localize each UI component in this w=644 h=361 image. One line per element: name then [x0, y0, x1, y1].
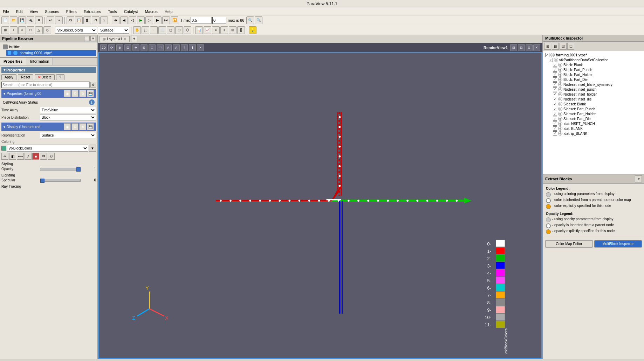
select-thru-btn[interactable]: ⊡ [175, 26, 183, 34]
properties-btn[interactable]: ⚙ [92, 16, 100, 24]
props-icon1[interactable]: ◉ [64, 90, 71, 97]
tb2-btn5[interactable]: △ [35, 26, 43, 34]
check-collection[interactable] [549, 58, 553, 62]
color-map-editor-btn[interactable]: Color Map Editor [545, 240, 593, 248]
interact-btn[interactable]: ✋ [133, 26, 141, 34]
zoom-to-data-btn[interactable]: ⊕ [116, 44, 123, 51]
display-icon3[interactable]: ↻ [79, 123, 86, 130]
props-icon4[interactable]: 💾 [87, 90, 94, 97]
check-item-12[interactable] [553, 122, 557, 126]
disconnect-btn[interactable]: ✕ [35, 16, 43, 24]
open-btn[interactable]: 📂 [10, 16, 18, 24]
menu-view[interactable]: View [28, 9, 40, 14]
check-item-1[interactable] [553, 68, 557, 72]
search-input[interactable] [1, 82, 90, 88]
vis-icon-item-1[interactable]: ◎ [558, 68, 562, 72]
color-toggle-btn[interactable]: ■ [32, 153, 39, 160]
menu-catalyst[interactable]: Catalyst [123, 9, 139, 14]
help-btn[interactable]: ? [56, 74, 64, 80]
tb2-btn6[interactable]: ◇ [43, 26, 51, 34]
python-btn[interactable]: {} [237, 26, 245, 34]
tree-item-9[interactable]: ◎Sideset: Part_Punch [544, 106, 643, 111]
tb2-btn3[interactable]: ○ [18, 26, 26, 34]
vis-icon-item-14[interactable]: ◎ [558, 131, 562, 136]
menu-tools[interactable]: Tools [107, 9, 118, 14]
check-item-14[interactable] [553, 131, 557, 136]
search-gear-icon[interactable]: ⚙ [90, 82, 96, 88]
vis-icon-item-10[interactable]: ◎ [558, 112, 562, 116]
hist-btn[interactable]: 📈 [204, 26, 211, 34]
tree-item-collection[interactable]: ◎ vtkPartitionedDataSetCollection [544, 57, 643, 62]
render-query-btn[interactable]: ? [181, 44, 188, 51]
new-btn[interactable]: 📄 [1, 16, 9, 24]
props-icon2[interactable]: ⧉ [71, 90, 78, 97]
check-item-9[interactable] [553, 107, 557, 111]
vis-icon-item-7[interactable]: ◎ [558, 97, 562, 101]
multiblock-inspector-btn[interactable]: MultiBlock Inspector [594, 240, 642, 248]
select-poly-btn[interactable]: ⬡ [184, 26, 191, 34]
vis-icon-item-9[interactable]: ◎ [558, 107, 562, 111]
piece-dist-dropdown[interactable]: Block [40, 114, 96, 120]
render-split-v-btn[interactable]: ⊡ [518, 44, 525, 51]
check-item-3[interactable] [553, 77, 557, 82]
play-backward-btn[interactable]: ◁ [129, 16, 136, 24]
spreadsheet-btn[interactable]: ⊞ [229, 26, 237, 34]
extract-toggle-btn[interactable]: ↗ [635, 175, 642, 182]
coloring-dropdown[interactable]: vtkBlockColors [7, 145, 88, 152]
menu-filters[interactable]: Filters [65, 9, 78, 14]
render-close-btn[interactable]: ✕ [197, 44, 204, 51]
pipeline-pin-icon[interactable]: – [85, 36, 90, 41]
prev-frame-btn[interactable]: ◀ [120, 16, 128, 24]
tree-item-4[interactable]: ◎Nodeset: nset_blank_symmetry [544, 82, 643, 87]
info-btn[interactable]: ℹ [100, 16, 108, 24]
vis-icon-item-3[interactable]: ◎ [558, 77, 562, 82]
vis-icon-collection[interactable]: ◎ [554, 58, 558, 62]
frame-input[interactable] [212, 17, 226, 24]
render-annotate-btn[interactable]: A [165, 44, 172, 51]
color-logscale-btn[interactable]: ↗ [25, 153, 32, 160]
color-preset-btn[interactable]: ◧ [9, 153, 16, 160]
tab-properties[interactable]: Properties [0, 58, 26, 65]
display-icon1[interactable]: ◉ [64, 123, 71, 130]
vis-icon-file[interactable]: ◎ [550, 53, 555, 57]
play-forward-btn[interactable]: ▷ [145, 16, 153, 24]
render-annotation2-btn[interactable]: A [173, 44, 180, 51]
tb2-btn4[interactable]: □ [27, 26, 34, 34]
specular-slider[interactable] [40, 179, 81, 182]
check-item-13[interactable] [553, 126, 557, 131]
zoom-in-btn[interactable]: 🔍 [246, 16, 254, 24]
apply-btn[interactable]: Apply [1, 74, 16, 80]
check-file[interactable] [545, 53, 549, 57]
menu-edit[interactable]: Edit [15, 9, 24, 14]
para-coord-btn[interactable]: ⫴ [220, 26, 228, 34]
vis-icon-item-8[interactable]: ◎ [558, 102, 562, 106]
copy-btn[interactable]: ⧉ [67, 16, 74, 24]
mb-collapse-all-btn[interactable]: ⊟ [552, 43, 559, 50]
loop-btn[interactable]: 🔁 [171, 16, 178, 24]
check-item-7[interactable] [553, 97, 557, 101]
tree-item-file[interactable]: ◎ forming.0001.vtpc* [544, 53, 643, 57]
cell-point-info-icon[interactable]: ℹ [89, 99, 95, 105]
opacity-thumb[interactable] [76, 167, 81, 172]
layout-close-icon[interactable]: ✕ [124, 37, 126, 41]
pipeline-close-icon[interactable]: ✕ [90, 36, 95, 41]
redo-btn[interactable]: ↪ [55, 16, 63, 24]
vis-icon-item-13[interactable]: ◎ [558, 126, 562, 131]
representation-select[interactable]: Surface [40, 132, 96, 138]
tree-item-10[interactable]: ◎Sideset: Part_Holder [544, 111, 643, 116]
comp-btn[interactable]: ≡ [212, 26, 220, 34]
menu-help[interactable]: Help [163, 9, 174, 14]
connect-btn[interactable]: 🔌 [27, 16, 34, 24]
first-frame-btn[interactable]: ⏮ [112, 16, 119, 24]
tab-information[interactable]: Information [26, 58, 53, 65]
check-item-6[interactable] [553, 92, 557, 96]
time-input[interactable] [191, 17, 212, 24]
tree-item-1[interactable]: ◎Block: Part_Punch [544, 67, 643, 72]
layout-tab-1[interactable]: ⊞ Layout #1 ✕ [100, 36, 130, 42]
tree-item-2[interactable]: ◎Block: Part_Holder [544, 72, 643, 77]
select-pts-btn[interactable]: · [150, 26, 158, 34]
render-box-btn[interactable]: □ [149, 44, 156, 51]
tb2-btn1[interactable]: ⊞ [1, 26, 9, 34]
color-scatter-btn[interactable]: ⚇ [48, 153, 55, 160]
delete-btn[interactable]: ✕ Delete [35, 74, 55, 80]
